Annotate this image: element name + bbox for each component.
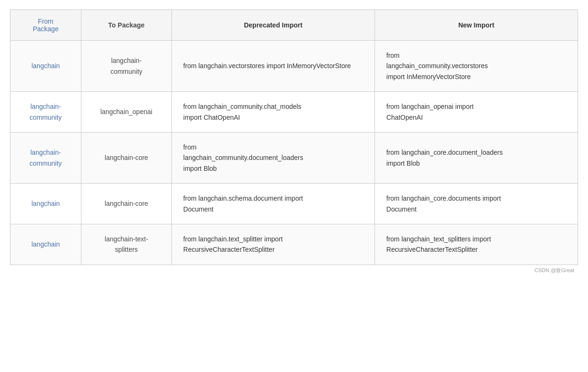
cell-deprecated: fromlangchain_community.document_loaders… (172, 132, 375, 183)
header-deprecated: Deprecated Import (172, 10, 375, 41)
cell-new: from langchain_core.documents importDocu… (375, 184, 578, 224)
cell-from: langchain (10, 184, 81, 224)
cell-from: langchain-community (10, 92, 81, 133)
cell-from: langchain (10, 224, 81, 265)
header-from: FromPackage (10, 10, 81, 41)
cell-deprecated: from langchain_community.chat_modelsimpo… (172, 92, 375, 133)
cell-to: langchain_openai (81, 92, 171, 133)
cell-new: fromlangchain_community.vectorstoresimpo… (375, 41, 578, 92)
cell-to: langchain-text-splitters (81, 224, 171, 265)
cell-deprecated: from langchain.schema.document importDoc… (172, 184, 375, 224)
cell-deprecated: from langchain.vectorstores import InMem… (172, 41, 375, 92)
watermark: CSDN @致Great (10, 265, 578, 276)
cell-new: from langchain_text_splitters importRecu… (375, 224, 578, 265)
header-new: New Import (375, 10, 578, 41)
cell-to: langchain-core (81, 184, 171, 224)
import-migration-table: FromPackage To Package Deprecated Import… (10, 9, 578, 265)
cell-from: langchain (10, 41, 81, 92)
table-header-row: FromPackage To Package Deprecated Import… (10, 10, 578, 41)
cell-new: from langchain_core.document_loadersimpo… (375, 132, 578, 183)
cell-to: langchain-core (81, 132, 171, 183)
table-row: langchain langchain-text-splitters from … (10, 224, 578, 265)
cell-to: langchain-community (81, 41, 171, 92)
table-row: langchain langchain-community from langc… (10, 41, 578, 92)
cell-from: langchain-community (10, 132, 81, 183)
cell-new: from langchain_openai importChatOpenAI (375, 92, 578, 133)
cell-deprecated: from langchain.text_splitter importRecur… (172, 224, 375, 265)
table-row: langchain-community langchain-core froml… (10, 132, 578, 183)
header-to: To Package (81, 10, 171, 41)
table-row: langchain langchain-core from langchain.… (10, 184, 578, 224)
table-row: langchain-community langchain_openai fro… (10, 92, 578, 133)
